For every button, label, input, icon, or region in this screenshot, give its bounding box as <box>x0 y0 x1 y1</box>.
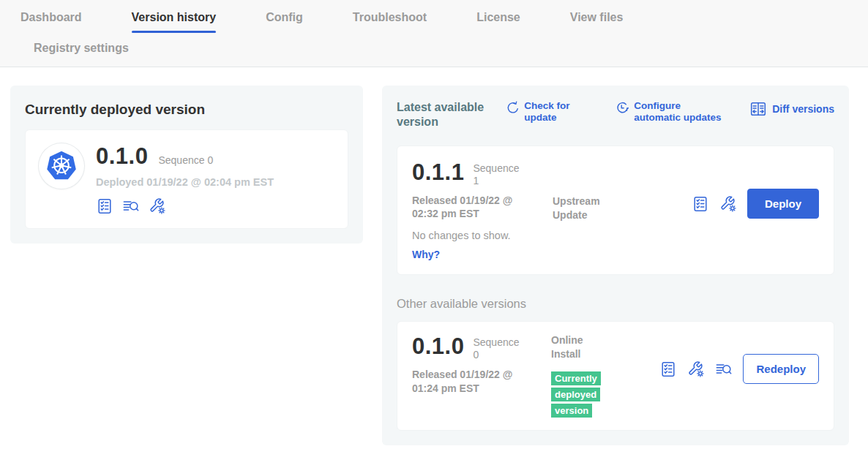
nav-tabs-row-2: Registry settings <box>0 33 868 67</box>
nav-tabs-row: Dashboard Version history Config Trouble… <box>0 11 868 33</box>
deployed-timestamp: Deployed 01/19/22 @ 02:04 pm EST <box>96 176 274 188</box>
configure-automatic-updates-label: Configure automatic updates <box>634 100 727 124</box>
tab-underline <box>476 31 520 33</box>
diff-icon <box>749 100 767 118</box>
available-versions-panel: Latest available version Check for updat… <box>382 86 849 445</box>
deployed-action-icons <box>96 197 274 215</box>
deploy-button[interactable]: Deploy <box>747 189 819 219</box>
deployed-version-number: 0.1.0 <box>96 143 148 170</box>
preflight-checks-icon[interactable] <box>692 195 709 213</box>
tab-underline <box>266 31 303 33</box>
currently-deployed-badge: Currently deployed version <box>551 371 601 418</box>
currently-deployed-panel: Currently deployed version 0.1.0 Sequenc… <box>10 86 363 244</box>
latest-release-actions: Deploy <box>692 189 819 219</box>
tab-underline <box>353 31 427 33</box>
latest-release-card: 0.1.1 Sequence 1 Released 01/19/22 @ 02:… <box>397 146 834 275</box>
latest-available-header: Latest available version Check for updat… <box>397 100 834 129</box>
deployed-version-info: 0.1.0 Sequence 0 Deployed 01/19/22 @ 02:… <box>96 143 274 215</box>
other-version-source-col: Online Install Currently deployed versio… <box>551 333 659 418</box>
other-version-info: 0.1.0 Sequence 0 Released 01/19/22 @ 01:… <box>412 333 551 395</box>
view-logs-icon[interactable] <box>715 361 733 378</box>
redeploy-button[interactable]: Redeploy <box>743 354 819 384</box>
currently-deployed-badge-wrap: Currently deployed version <box>551 370 608 418</box>
tab-label: Dashboard <box>20 11 82 23</box>
deployed-sequence: Sequence 0 <box>158 154 213 166</box>
other-version-card: 0.1.0 Sequence 0 Released 01/19/22 @ 01:… <box>397 321 834 431</box>
tab-config[interactable]: Config <box>266 11 303 33</box>
tab-label: License <box>476 11 520 23</box>
check-for-update-link[interactable]: Check for update <box>505 100 572 124</box>
currently-deployed-title: Currently deployed version <box>25 102 348 118</box>
tab-view-files[interactable]: View files <box>570 11 624 33</box>
diff-versions-label: Diff versions <box>772 103 834 116</box>
other-version-source: Online Install <box>551 333 611 361</box>
edit-config-icon[interactable] <box>149 197 166 215</box>
kubernetes-logo-icon <box>43 148 80 184</box>
tab-dashboard[interactable]: Dashboard <box>20 11 82 33</box>
other-versions-heading: Other available versions <box>397 297 834 311</box>
view-logs-icon[interactable] <box>122 197 140 215</box>
check-for-update-label: Check for update <box>524 100 572 124</box>
latest-release-source-col: Upstream Update <box>553 195 662 222</box>
other-released-timestamp: Released 01/19/22 @ 01:24 pm EST <box>412 368 529 396</box>
configure-automatic-updates-link[interactable]: Configure automatic updates <box>615 100 727 124</box>
why-link[interactable]: Why? <box>412 249 440 260</box>
latest-release-source: Upstream Update <box>553 195 613 222</box>
latest-released-timestamp: Released 01/19/22 @ 02:32 pm EST <box>412 194 529 222</box>
tab-troubleshoot[interactable]: Troubleshoot <box>353 11 427 33</box>
currently-deployed-card: 0.1.0 Sequence 0 Deployed 01/19/22 @ 02:… <box>25 129 348 229</box>
edit-config-icon[interactable] <box>719 195 737 213</box>
latest-version-number: 0.1.1 <box>412 159 464 186</box>
refresh-icon <box>505 101 519 115</box>
other-sequence: Sequence 0 <box>473 336 521 361</box>
tab-registry-settings[interactable]: Registry settings <box>34 42 129 54</box>
tab-license[interactable]: License <box>476 11 520 33</box>
active-tab-underline <box>132 31 217 33</box>
scheduled-update-icon <box>615 101 629 115</box>
top-navigation: Dashboard Version history Config Trouble… <box>0 0 868 67</box>
no-changes-note: No changes to show. <box>412 230 553 241</box>
tab-underline <box>570 31 624 33</box>
tab-label: Version history <box>132 11 217 23</box>
preflight-checks-icon[interactable] <box>659 361 677 378</box>
latest-available-title: Latest available version <box>397 100 489 129</box>
other-version-number: 0.1.0 <box>412 333 464 360</box>
other-version-actions: Redeploy <box>659 354 819 384</box>
preflight-checks-icon[interactable] <box>96 197 113 215</box>
edit-config-icon[interactable] <box>687 361 705 378</box>
latest-release-info: 0.1.1 Sequence 1 Released 01/19/22 @ 02:… <box>412 159 553 261</box>
diff-versions-link[interactable]: Diff versions <box>749 100 834 118</box>
tab-label: View files <box>570 11 624 23</box>
version-history-page: Currently deployed version 0.1.0 Sequenc… <box>0 67 868 445</box>
tab-label: Troubleshoot <box>353 11 427 23</box>
latest-sequence: Sequence 1 <box>473 162 521 187</box>
tab-label: Config <box>266 11 303 23</box>
app-logo-badge <box>39 143 84 189</box>
tab-underline <box>20 31 82 33</box>
tab-version-history[interactable]: Version history <box>132 11 217 33</box>
